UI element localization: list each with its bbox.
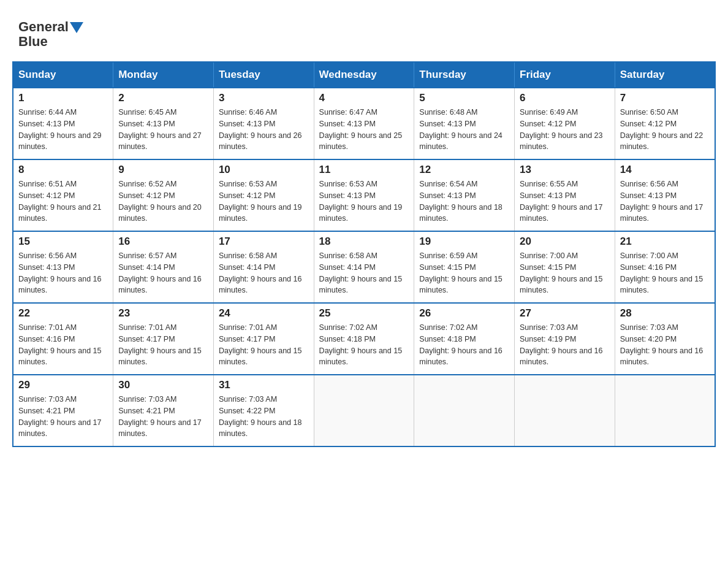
- day-number: 28: [620, 307, 710, 320]
- calendar-cell: 13Sunrise: 6:55 AMSunset: 4:13 PMDayligh…: [515, 159, 615, 231]
- day-info: Sunrise: 6:55 AMSunset: 4:13 PMDaylight:…: [520, 178, 610, 224]
- calendar-header-friday: Friday: [515, 62, 615, 88]
- day-info: Sunrise: 6:49 AMSunset: 4:12 PMDaylight:…: [520, 107, 610, 153]
- day-info: Sunrise: 7:01 AMSunset: 4:16 PMDaylight:…: [18, 322, 108, 368]
- day-number: 9: [118, 164, 208, 176]
- calendar-cell: 21Sunrise: 7:00 AMSunset: 4:16 PMDayligh…: [615, 231, 715, 303]
- day-info: Sunrise: 7:03 AMSunset: 4:21 PMDaylight:…: [118, 394, 208, 440]
- day-number: 4: [319, 92, 409, 104]
- day-info: Sunrise: 6:44 AMSunset: 4:13 PMDaylight:…: [18, 107, 108, 153]
- day-number: 24: [219, 307, 309, 320]
- calendar-cell: 8Sunrise: 6:51 AMSunset: 4:12 PMDaylight…: [13, 159, 113, 231]
- day-number: 29: [18, 379, 108, 391]
- calendar-header-thursday: Thursday: [414, 62, 515, 88]
- calendar-cell: 25Sunrise: 7:02 AMSunset: 4:18 PMDayligh…: [314, 303, 414, 375]
- day-number: 16: [118, 236, 208, 248]
- calendar-cell: 15Sunrise: 6:56 AMSunset: 4:13 PMDayligh…: [13, 231, 113, 303]
- calendar-header-wednesday: Wednesday: [314, 62, 414, 88]
- calendar-cell: 12Sunrise: 6:54 AMSunset: 4:13 PMDayligh…: [414, 159, 515, 231]
- calendar-cell: 26Sunrise: 7:02 AMSunset: 4:18 PMDayligh…: [414, 303, 515, 375]
- calendar-cell: 5Sunrise: 6:48 AMSunset: 4:13 PMDaylight…: [414, 88, 515, 159]
- day-info: Sunrise: 7:03 AMSunset: 4:21 PMDaylight:…: [18, 394, 108, 440]
- calendar-cell: 14Sunrise: 6:56 AMSunset: 4:13 PMDayligh…: [615, 159, 715, 231]
- calendar-cell: 3Sunrise: 6:46 AMSunset: 4:13 PMDaylight…: [213, 88, 314, 159]
- calendar-cell: 18Sunrise: 6:58 AMSunset: 4:14 PMDayligh…: [314, 231, 414, 303]
- day-info: Sunrise: 6:52 AMSunset: 4:12 PMDaylight:…: [118, 178, 208, 224]
- calendar-cell: 30Sunrise: 7:03 AMSunset: 4:21 PMDayligh…: [113, 375, 214, 446]
- day-info: Sunrise: 6:59 AMSunset: 4:15 PMDaylight:…: [419, 250, 509, 296]
- calendar-week-row: 29Sunrise: 7:03 AMSunset: 4:21 PMDayligh…: [13, 375, 715, 446]
- day-number: 20: [520, 236, 610, 248]
- day-number: 15: [18, 236, 108, 248]
- svg-marker-0: [70, 22, 83, 33]
- day-info: Sunrise: 6:56 AMSunset: 4:13 PMDaylight:…: [18, 250, 108, 296]
- calendar-cell: 28Sunrise: 7:03 AMSunset: 4:20 PMDayligh…: [615, 303, 715, 375]
- day-info: Sunrise: 6:47 AMSunset: 4:13 PMDaylight:…: [319, 107, 409, 153]
- day-number: 21: [620, 236, 710, 248]
- calendar-cell: 17Sunrise: 6:58 AMSunset: 4:14 PMDayligh…: [213, 231, 314, 303]
- calendar-header-row: SundayMondayTuesdayWednesdayThursdayFrid…: [13, 62, 715, 88]
- day-number: 10: [219, 164, 309, 176]
- day-info: Sunrise: 7:00 AMSunset: 4:16 PMDaylight:…: [620, 250, 710, 296]
- day-info: Sunrise: 6:51 AMSunset: 4:12 PMDaylight:…: [18, 178, 108, 224]
- day-number: 2: [118, 92, 208, 104]
- logo-text-blue: Blue: [18, 34, 48, 49]
- day-number: 19: [419, 236, 509, 248]
- day-number: 12: [419, 164, 509, 176]
- day-info: Sunrise: 7:03 AMSunset: 4:19 PMDaylight:…: [520, 322, 610, 368]
- day-info: Sunrise: 6:57 AMSunset: 4:14 PMDaylight:…: [118, 250, 208, 296]
- calendar-cell: 16Sunrise: 6:57 AMSunset: 4:14 PMDayligh…: [113, 231, 214, 303]
- day-info: Sunrise: 6:56 AMSunset: 4:13 PMDaylight:…: [620, 178, 710, 224]
- logo-triangle-icon: [70, 22, 83, 33]
- calendar-week-row: 1Sunrise: 6:44 AMSunset: 4:13 PMDaylight…: [13, 88, 715, 159]
- day-info: Sunrise: 7:03 AMSunset: 4:20 PMDaylight:…: [620, 322, 710, 368]
- calendar-cell: 20Sunrise: 7:00 AMSunset: 4:15 PMDayligh…: [515, 231, 615, 303]
- day-info: Sunrise: 6:53 AMSunset: 4:12 PMDaylight:…: [219, 178, 309, 224]
- day-info: Sunrise: 6:45 AMSunset: 4:13 PMDaylight:…: [118, 107, 208, 153]
- page-header: General Blue: [12, 12, 716, 49]
- calendar-cell: 27Sunrise: 7:03 AMSunset: 4:19 PMDayligh…: [515, 303, 615, 375]
- calendar-cell: 1Sunrise: 6:44 AMSunset: 4:13 PMDaylight…: [13, 88, 113, 159]
- calendar-cell: 31Sunrise: 7:03 AMSunset: 4:22 PMDayligh…: [213, 375, 314, 446]
- calendar-cell: 29Sunrise: 7:03 AMSunset: 4:21 PMDayligh…: [13, 375, 113, 446]
- calendar-week-row: 15Sunrise: 6:56 AMSunset: 4:13 PMDayligh…: [13, 231, 715, 303]
- day-number: 5: [419, 92, 509, 104]
- day-info: Sunrise: 7:03 AMSunset: 4:22 PMDaylight:…: [219, 394, 309, 440]
- calendar-cell: 19Sunrise: 6:59 AMSunset: 4:15 PMDayligh…: [414, 231, 515, 303]
- day-number: 11: [319, 164, 409, 176]
- calendar-cell: 4Sunrise: 6:47 AMSunset: 4:13 PMDaylight…: [314, 88, 414, 159]
- calendar-cell: 11Sunrise: 6:53 AMSunset: 4:13 PMDayligh…: [314, 159, 414, 231]
- calendar-cell: [314, 375, 414, 446]
- calendar-cell: 6Sunrise: 6:49 AMSunset: 4:12 PMDaylight…: [515, 88, 615, 159]
- calendar-header-tuesday: Tuesday: [213, 62, 314, 88]
- day-info: Sunrise: 6:58 AMSunset: 4:14 PMDaylight:…: [219, 250, 309, 296]
- calendar-cell: 2Sunrise: 6:45 AMSunset: 4:13 PMDaylight…: [113, 88, 214, 159]
- day-number: 26: [419, 307, 509, 320]
- calendar-header-sunday: Sunday: [13, 62, 113, 88]
- calendar-cell: [414, 375, 515, 446]
- day-number: 7: [620, 92, 710, 104]
- day-number: 22: [18, 307, 108, 320]
- day-number: 14: [620, 164, 710, 176]
- day-info: Sunrise: 7:02 AMSunset: 4:18 PMDaylight:…: [319, 322, 409, 368]
- day-number: 1: [18, 92, 108, 104]
- calendar-cell: 24Sunrise: 7:01 AMSunset: 4:17 PMDayligh…: [213, 303, 314, 375]
- day-number: 27: [520, 307, 610, 320]
- day-number: 31: [219, 379, 309, 391]
- day-number: 3: [219, 92, 309, 104]
- day-number: 6: [520, 92, 610, 104]
- day-info: Sunrise: 6:54 AMSunset: 4:13 PMDaylight:…: [419, 178, 509, 224]
- day-number: 23: [118, 307, 208, 320]
- calendar-cell: [615, 375, 715, 446]
- day-info: Sunrise: 6:50 AMSunset: 4:12 PMDaylight:…: [620, 107, 710, 153]
- calendar-cell: 10Sunrise: 6:53 AMSunset: 4:12 PMDayligh…: [213, 159, 314, 231]
- calendar-cell: 23Sunrise: 7:01 AMSunset: 4:17 PMDayligh…: [113, 303, 214, 375]
- calendar-header-saturday: Saturday: [615, 62, 715, 88]
- day-number: 17: [219, 236, 309, 248]
- day-info: Sunrise: 6:46 AMSunset: 4:13 PMDaylight:…: [219, 107, 309, 153]
- calendar-cell: 22Sunrise: 7:01 AMSunset: 4:16 PMDayligh…: [13, 303, 113, 375]
- day-info: Sunrise: 7:02 AMSunset: 4:18 PMDaylight:…: [419, 322, 509, 368]
- logo: General Blue: [18, 18, 83, 49]
- day-info: Sunrise: 7:01 AMSunset: 4:17 PMDaylight:…: [219, 322, 309, 368]
- day-info: Sunrise: 7:01 AMSunset: 4:17 PMDaylight:…: [118, 322, 208, 368]
